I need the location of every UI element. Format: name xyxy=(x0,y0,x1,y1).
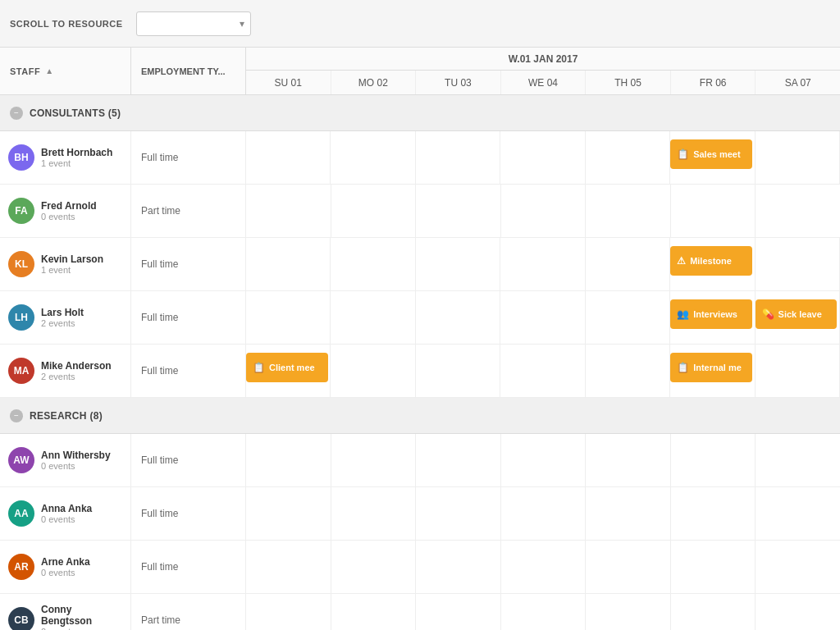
day-header: SA 07 xyxy=(756,71,840,94)
day-slot xyxy=(586,541,671,593)
day-slot xyxy=(756,345,840,397)
calendar-event[interactable]: 📋 Sales meet xyxy=(670,139,752,169)
event-icon: 📋 xyxy=(677,362,689,373)
staff-info: Brett Hornbach 1 event xyxy=(41,147,112,168)
day-slot xyxy=(246,434,331,486)
main-layout: STAFF ▲ EMPLOYMENT TY... W.01 JAN 2017 S… xyxy=(0,48,840,630)
employment-cell: Full time xyxy=(131,487,246,540)
day-slot xyxy=(756,238,840,290)
day-slot xyxy=(586,434,671,486)
staff-events-count: 0 events xyxy=(41,461,111,471)
top-bar: SCROLL TO RESOURCE xyxy=(0,0,840,48)
staff-events-count: 1 event xyxy=(41,265,103,275)
event-label: Internal me xyxy=(693,363,742,372)
day-slot xyxy=(671,487,756,540)
event-icon: 📋 xyxy=(677,148,689,160)
staff-row: FA Fred Arnold 0 events Part time xyxy=(0,185,840,238)
staff-row: AA Anna Anka 0 events Full time xyxy=(0,487,840,541)
day-slot xyxy=(331,185,417,237)
group-collapse-icon[interactable]: − xyxy=(10,409,23,422)
day-slot xyxy=(501,594,587,630)
days-cell: 📋 Client mee 📋 Internal me xyxy=(246,345,840,397)
staff-row: AW Ann Withersby 0 events Full time xyxy=(0,434,840,487)
day-slot xyxy=(501,434,587,486)
avatar: KL xyxy=(8,251,34,277)
days-cell xyxy=(246,594,840,630)
calendar-event[interactable]: 📋 Client mee xyxy=(246,353,328,382)
event-label: Interviews xyxy=(693,309,737,319)
day-headers: SU 01MO 02TU 03WE 04TH 05FR 06SA 07 xyxy=(246,71,840,94)
staff-events-count: 0 events xyxy=(41,568,90,578)
staff-cell: MA Mike Anderson 2 events xyxy=(0,345,131,397)
day-slot xyxy=(331,487,417,540)
staff-events-count: 0 events xyxy=(41,627,122,630)
content-area[interactable]: − CONSULTANTS (5) BH Brett Hornbach 1 ev… xyxy=(0,95,840,630)
day-slot xyxy=(246,185,331,237)
scroll-to-resource-label: SCROLL TO RESOURCE xyxy=(10,19,123,29)
staff-name: Conny Bengtsson xyxy=(41,604,122,627)
day-slot xyxy=(586,185,671,237)
event-icon: 💊 xyxy=(762,308,774,320)
days-cell xyxy=(246,434,840,486)
event-label: Sick leave xyxy=(778,309,822,319)
employment-cell: Full time xyxy=(131,541,246,593)
day-slot xyxy=(671,185,756,237)
staff-name: Ann Withersby xyxy=(41,450,111,461)
event-icon: ⚠ xyxy=(677,255,686,267)
day-slot xyxy=(246,291,331,344)
day-slot xyxy=(416,594,501,630)
staff-cell: KL Kevin Larson 1 event xyxy=(0,238,131,290)
staff-cell: LH Lars Holt 2 events xyxy=(0,291,131,344)
employment-cell: Part time xyxy=(131,185,246,237)
employment-cell: Part time xyxy=(131,594,246,630)
staff-cell: BH Brett Hornbach 1 event xyxy=(0,131,131,184)
avatar: AR xyxy=(8,554,34,580)
day-header: TH 05 xyxy=(586,71,671,94)
employment-cell: Full time xyxy=(131,238,246,290)
day-slot xyxy=(246,131,331,184)
event-label: Milestone xyxy=(690,256,732,266)
day-slot xyxy=(501,541,587,593)
calendar-event[interactable]: ⚠ Milestone xyxy=(670,246,752,276)
calendar-event[interactable]: 📋 Internal me xyxy=(670,353,752,382)
staff-info: Kevin Larson 1 event xyxy=(41,253,103,275)
staff-events-count: 1 event xyxy=(41,158,112,168)
day-slot xyxy=(756,185,840,237)
group-collapse-icon[interactable]: − xyxy=(10,107,23,120)
day-slot xyxy=(586,291,670,344)
scroll-select[interactable] xyxy=(136,11,251,36)
staff-info: Lars Holt 2 events xyxy=(41,307,84,328)
staff-name: Mike Anderson xyxy=(41,360,112,372)
staff-name: Fred Arnold xyxy=(41,200,97,212)
day-slot xyxy=(500,131,585,184)
staff-name: Lars Holt xyxy=(41,307,84,318)
employment-cell: Full time xyxy=(131,345,246,397)
staff-cell: AA Anna Anka 0 events xyxy=(0,487,131,540)
days-cell: 📋 Sales meet xyxy=(246,131,840,184)
staff-events-count: 2 events xyxy=(41,318,84,328)
employment-column-header: EMPLOYMENT TY... xyxy=(131,48,246,94)
calendar-event[interactable]: 👥 Interviews xyxy=(670,299,752,329)
staff-info: Arne Anka 0 events xyxy=(41,556,90,578)
days-cell: 👥 Interviews 💊 Sick leave xyxy=(246,291,840,344)
day-slot xyxy=(331,238,415,290)
staff-events-count: 0 events xyxy=(41,212,97,221)
event-icon: 📋 xyxy=(253,362,265,373)
day-slot xyxy=(246,541,331,593)
group-label: CONSULTANTS (5) xyxy=(30,107,121,119)
day-slot xyxy=(586,487,671,540)
staff-name: Kevin Larson xyxy=(41,253,103,265)
day-slot xyxy=(756,434,840,486)
staff-info: Fred Arnold 0 events xyxy=(41,200,97,221)
day-slot xyxy=(500,345,585,397)
employment-label: EMPLOYMENT TY... xyxy=(141,66,226,76)
day-slot xyxy=(500,238,585,290)
scroll-select-wrapper[interactable] xyxy=(136,11,251,36)
staff-events-count: 0 events xyxy=(41,514,92,524)
day-slot xyxy=(416,541,501,593)
day-slot xyxy=(331,541,417,593)
day-header: FR 06 xyxy=(671,71,756,94)
calendar-event[interactable]: 💊 Sick leave xyxy=(756,299,838,329)
day-slot xyxy=(246,238,331,290)
staff-column-header: STAFF ▲ xyxy=(0,48,131,94)
